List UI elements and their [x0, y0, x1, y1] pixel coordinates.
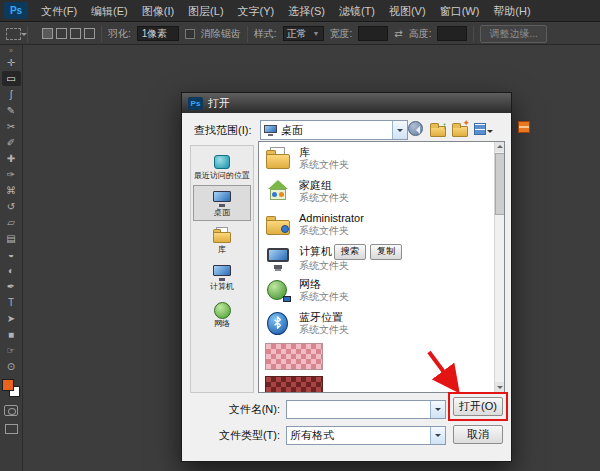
views-button[interactable] [474, 121, 491, 138]
back-arrow-icon [408, 121, 423, 136]
menu-window[interactable]: 窗口(W) [433, 0, 487, 22]
up-one-level-button[interactable]: ↑ [430, 121, 447, 138]
scrollbar[interactable] [494, 142, 504, 392]
quick-selection-tool[interactable]: ✎ [2, 103, 21, 118]
network-icon [211, 301, 233, 319]
file-type: 系统文件夹 [299, 159, 349, 171]
screen-mode-icon[interactable] [5, 424, 18, 434]
recent-places-icon [214, 155, 230, 169]
history-brush-tool[interactable]: ↺ [2, 199, 21, 214]
file-name: 计算机 [299, 245, 332, 258]
menu-view[interactable]: 视图(V) [382, 0, 433, 22]
file-name-combobox[interactable] [286, 400, 446, 419]
back-button[interactable] [408, 121, 425, 138]
menu-edit[interactable]: 编辑(E) [84, 0, 135, 22]
eraser-tool[interactable]: ▱ [2, 215, 21, 230]
width-input[interactable] [358, 26, 388, 41]
censored-thumbnail [265, 343, 323, 370]
move-tool[interactable]: ✛ [2, 55, 21, 70]
photoshop-icon: Ps [188, 97, 203, 110]
place-desktop[interactable]: 桌面 [193, 185, 251, 221]
menu-select[interactable]: 选择(S) [281, 0, 332, 22]
file-row-computer[interactable]: 计算机 搜索 复制 系统文件夹 [259, 241, 504, 274]
file-name-label: 文件名(N): [194, 402, 286, 417]
clone-stamp-tool[interactable]: ⌘ [2, 183, 21, 198]
place-libraries[interactable]: 库 [193, 222, 251, 258]
look-in-select[interactable]: 桌面 [260, 120, 408, 140]
crop-tool[interactable]: ✂ [2, 119, 21, 134]
quick-mask-icon[interactable] [4, 405, 18, 416]
menu-type[interactable]: 文字(Y) [231, 0, 282, 22]
menu-image[interactable]: 图像(I) [135, 0, 181, 22]
cancel-button[interactable]: 取消 [453, 425, 503, 444]
photoshop-window: Ps 文件(F) 编辑(E) 图像(I) 图层(L) 文字(Y) 选择(S) 滤… [0, 0, 600, 471]
place-network[interactable]: 网络 [193, 296, 251, 332]
search-button[interactable]: 搜索 [334, 244, 366, 260]
libraries-icon [211, 227, 233, 245]
brush-tool[interactable]: ✑ [2, 167, 21, 182]
chevron-down-icon[interactable] [430, 427, 445, 444]
swap-dimensions-icon[interactable]: ⇄ [394, 28, 402, 39]
menu-filter[interactable]: 滤镜(T) [332, 0, 382, 22]
toolbar-collapse-icon[interactable]: » [9, 47, 13, 55]
feather-input[interactable]: 1像素 [137, 26, 179, 41]
scroll-up-icon[interactable] [495, 142, 505, 152]
look-in-label: 查找范围(I): [194, 123, 260, 138]
zoom-tool[interactable]: ⊙ [2, 359, 21, 374]
grid-icon [474, 123, 486, 135]
new-folder-button[interactable]: ✦ [452, 121, 469, 138]
path-selection-tool[interactable]: ➤ [2, 311, 21, 326]
scrollbar-thumb[interactable] [495, 153, 505, 215]
style-select[interactable]: 正常 ▼ [283, 26, 324, 41]
dodge-tool[interactable]: ◐ [2, 263, 21, 278]
file-row-administrator[interactable]: Administrator系统文件夹 [259, 208, 504, 241]
place-label: 网络 [214, 319, 230, 328]
place-label: 计算机 [210, 282, 234, 291]
look-in-value: 桌面 [281, 123, 392, 138]
scroll-down-icon[interactable] [495, 382, 505, 392]
file-row-censored-2[interactable] [259, 373, 504, 393]
lasso-tool[interactable]: ʃ [2, 87, 21, 102]
rectangular-marquee-tool[interactable]: ▭ [2, 71, 21, 86]
copy-button[interactable]: 复制 [370, 244, 402, 260]
menu-file[interactable]: 文件(F) [34, 0, 84, 22]
view-menu-button[interactable] [518, 121, 535, 138]
file-name-input[interactable] [290, 402, 430, 417]
dialog-title-bar[interactable]: Ps 打开 [182, 93, 511, 113]
pen-tool[interactable]: ✒ [2, 279, 21, 294]
eyedropper-tool[interactable]: ✐ [2, 135, 21, 150]
chevron-down-icon[interactable] [430, 401, 445, 418]
tool-preset-icon[interactable] [6, 28, 21, 40]
file-row-libraries[interactable]: 库系统文件夹 [259, 142, 504, 175]
place-computer[interactable]: 计算机 [193, 259, 251, 295]
file-row-homegroup[interactable]: 家庭组系统文件夹 [259, 175, 504, 208]
place-recent[interactable]: 最近访问的位置 [193, 148, 251, 184]
file-type-select[interactable]: 所有格式 [286, 426, 446, 445]
height-input[interactable] [437, 26, 467, 41]
file-row-bluetooth[interactable]: 蓝牙位置系统文件夹 [259, 307, 504, 340]
height-label: 高度: [409, 27, 432, 41]
add-to-selection-icon[interactable] [56, 28, 67, 39]
subtract-from-selection-icon[interactable] [70, 28, 81, 39]
open-button[interactable]: 打开(O) [453, 397, 503, 416]
refine-edge-button[interactable]: 调整边缘... [480, 25, 546, 43]
blur-tool[interactable]: ◒ [2, 247, 21, 262]
menu-help[interactable]: 帮助(H) [486, 0, 537, 22]
chevron-down-icon[interactable] [392, 121, 407, 139]
file-row-censored-1[interactable] [259, 340, 504, 373]
antialias-checkbox[interactable] [185, 29, 195, 39]
menu-bar: Ps 文件(F) 编辑(E) 图像(I) 图层(L) 文字(Y) 选择(S) 滤… [0, 0, 600, 22]
new-selection-icon[interactable] [42, 28, 53, 39]
gradient-tool[interactable]: ▤ [2, 231, 21, 246]
intersect-selection-icon[interactable] [84, 28, 95, 39]
hand-tool[interactable]: ☞ [2, 343, 21, 358]
file-name: 网络 [299, 278, 349, 291]
healing-brush-tool[interactable]: ✚ [2, 151, 21, 166]
rectangle-tool[interactable]: ■ [2, 327, 21, 342]
menu-layer[interactable]: 图层(L) [181, 0, 230, 22]
libraries-icon [265, 146, 291, 172]
type-tool[interactable]: T [2, 295, 21, 310]
file-row-network[interactable]: 网络系统文件夹 [259, 274, 504, 307]
foreground-color-swatch[interactable] [2, 379, 14, 391]
photoshop-logo: Ps [4, 2, 28, 19]
